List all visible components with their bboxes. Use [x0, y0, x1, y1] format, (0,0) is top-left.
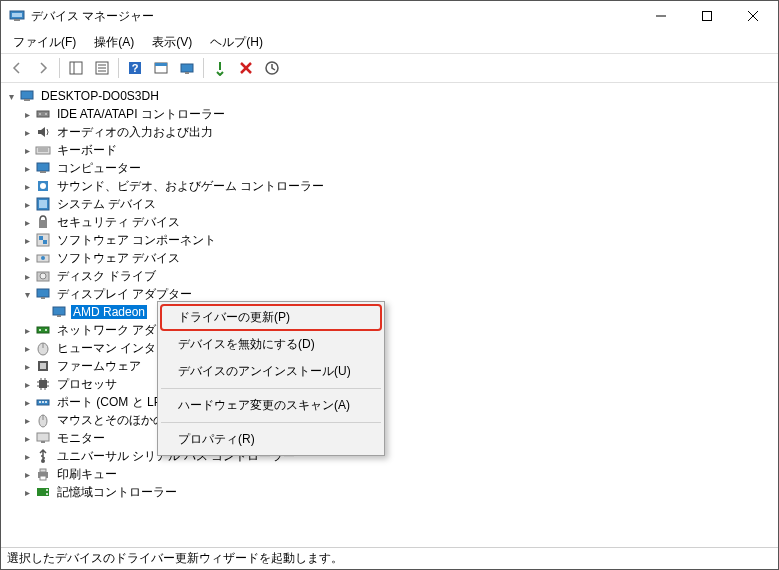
tree-item[interactable]: ▸ソフトウェア デバイス — [3, 249, 776, 267]
menu-view[interactable]: 表示(V) — [144, 32, 200, 53]
tree-root[interactable]: ▾DESKTOP-DO0S3DH — [3, 87, 776, 105]
svg-point-78 — [46, 489, 48, 491]
menu-action[interactable]: 操作(A) — [86, 32, 142, 53]
menu-file[interactable]: ファイル(F) — [5, 32, 84, 53]
tree-label: セキュリティ デバイス — [55, 214, 182, 231]
tree-label: ポート (COM と LP — [55, 394, 164, 411]
expander-icon[interactable]: ▸ — [19, 178, 35, 194]
show-hide-button[interactable] — [64, 56, 88, 80]
svg-rect-22 — [21, 91, 33, 99]
update-driver-button[interactable] — [175, 56, 199, 80]
firmware-icon — [35, 358, 51, 374]
expander-icon[interactable]: ▸ — [19, 160, 35, 176]
expander-icon[interactable]: ▸ — [19, 358, 35, 374]
expander-icon[interactable]: ▸ — [19, 376, 35, 392]
expander-icon[interactable]: ▾ — [19, 286, 35, 302]
back-button[interactable] — [5, 56, 29, 80]
tree-item[interactable]: ▸マウスとそのほかの — [3, 411, 776, 429]
tree-item[interactable]: ▾ディスプレイ アダプター — [3, 285, 776, 303]
properties-button[interactable] — [90, 56, 114, 80]
expander-icon[interactable]: ▸ — [19, 250, 35, 266]
tree-item[interactable]: ▸記憶域コントローラー — [3, 483, 776, 501]
tree-label: ディスプレイ アダプター — [55, 286, 194, 303]
expander-icon[interactable]: ▸ — [19, 322, 35, 338]
svg-rect-23 — [24, 99, 30, 101]
ctx-scan-hardware[interactable]: ハードウェア変更のスキャン(A) — [160, 392, 382, 419]
svg-rect-1 — [12, 13, 22, 17]
expander-icon[interactable]: ▸ — [19, 268, 35, 284]
minimize-button[interactable] — [638, 1, 684, 31]
expander-icon[interactable]: ▸ — [19, 142, 35, 158]
titlebar: デバイス マネージャー — [1, 1, 778, 31]
expander-icon[interactable]: ▸ — [19, 430, 35, 446]
svg-rect-17 — [181, 64, 193, 72]
expander-icon[interactable]: ▸ — [19, 106, 35, 122]
audio-icon — [35, 124, 51, 140]
expander-icon[interactable]: ▾ — [3, 88, 19, 104]
expander-icon[interactable]: ▸ — [19, 448, 35, 464]
tree-item[interactable]: ▸オーディオの入力および出力 — [3, 123, 776, 141]
expander-icon[interactable]: ▸ — [19, 124, 35, 140]
disk-icon — [35, 268, 51, 284]
port-icon — [35, 394, 51, 410]
expander-icon[interactable]: ▸ — [19, 232, 35, 248]
menu-help[interactable]: ヘルプ(H) — [202, 32, 271, 53]
tree-label: ソフトウェア デバイス — [55, 250, 182, 267]
expander-icon[interactable]: ▸ — [19, 394, 35, 410]
expander-icon[interactable]: ▸ — [19, 196, 35, 212]
svg-rect-75 — [40, 476, 46, 480]
svg-text:?: ? — [132, 62, 139, 74]
action-button[interactable] — [149, 56, 173, 80]
tree-label: モニター — [55, 430, 107, 447]
tree-item[interactable]: ▸プロセッサ — [3, 375, 776, 393]
close-button[interactable] — [730, 1, 776, 31]
ctx-disable-device[interactable]: デバイスを無効にする(D) — [160, 331, 382, 358]
tree-item[interactable]: ▸ファームウェア — [3, 357, 776, 375]
tree-item[interactable]: ▸モニター — [3, 429, 776, 447]
tree-item[interactable]: ▸ディスク ドライブ — [3, 267, 776, 285]
display-icon — [35, 286, 51, 302]
device-tree[interactable]: ▾DESKTOP-DO0S3DH▸IDE ATA/ATAPI コントローラー▸オ… — [1, 83, 778, 547]
sound-icon — [35, 178, 51, 194]
expander-icon[interactable]: ▸ — [19, 340, 35, 356]
expander-icon[interactable]: ▸ — [19, 466, 35, 482]
ctx-properties[interactable]: プロパティ(R) — [160, 426, 382, 453]
tree-item[interactable]: ▸IDE ATA/ATAPI コントローラー — [3, 105, 776, 123]
ctx-update-driver[interactable]: ドライバーの更新(P) — [160, 304, 382, 331]
tree-item[interactable]: ▸キーボード — [3, 141, 776, 159]
tree-item[interactable]: ▸セキュリティ デバイス — [3, 213, 776, 231]
hid-icon — [35, 340, 51, 356]
forward-button[interactable] — [31, 56, 55, 80]
tree-item[interactable]: ▸サウンド、ビデオ、およびゲーム コントローラー — [3, 177, 776, 195]
tree-item[interactable]: ▸ソフトウェア コンポーネント — [3, 231, 776, 249]
expander-icon[interactable]: ▸ — [19, 484, 35, 500]
tree-item[interactable]: ▸印刷キュー — [3, 465, 776, 483]
printer-icon — [35, 466, 51, 482]
cpu-icon — [35, 376, 51, 392]
tree-item[interactable]: ▸ネットワーク アダプタ — [3, 321, 776, 339]
svg-rect-2 — [14, 19, 20, 21]
help-button[interactable]: ? — [123, 56, 147, 80]
ctx-uninstall-device[interactable]: デバイスのアンインストール(U) — [160, 358, 382, 385]
tree-item[interactable]: ▸ポート (COM と LP — [3, 393, 776, 411]
tree-item[interactable]: ▸ヒューマン インターフ — [3, 339, 776, 357]
keyboard-icon — [35, 142, 51, 158]
expander-icon[interactable]: ▸ — [19, 214, 35, 230]
tree-label: IDE ATA/ATAPI コントローラー — [55, 106, 227, 123]
enable-button[interactable] — [208, 56, 232, 80]
scan-button[interactable] — [260, 56, 284, 80]
expander-icon[interactable]: ▸ — [19, 412, 35, 428]
maximize-button[interactable] — [684, 1, 730, 31]
tree-label: AMD Radeon — [71, 305, 147, 319]
tree-label: ディスク ドライブ — [55, 268, 158, 285]
tree-item[interactable]: ▸システム デバイス — [3, 195, 776, 213]
svg-rect-71 — [41, 441, 45, 443]
ide-icon — [35, 106, 51, 122]
svg-rect-31 — [40, 171, 46, 173]
disable-button[interactable] — [234, 56, 258, 80]
system-icon — [35, 196, 51, 212]
tree-item[interactable]: ▸AMD Radeon — [3, 303, 776, 321]
tree-item[interactable]: ▸ユニバーサル シリアル バス コントローラー — [3, 447, 776, 465]
svg-point-65 — [39, 401, 41, 403]
tree-item[interactable]: ▸コンピューター — [3, 159, 776, 177]
